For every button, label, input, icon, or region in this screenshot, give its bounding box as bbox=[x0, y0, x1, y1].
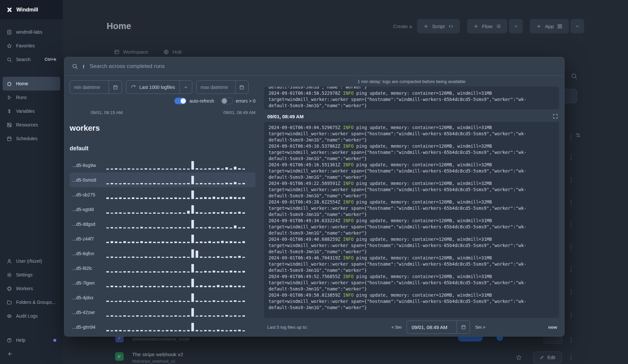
logfiles-selected-value: Last 1000 logfiles bbox=[126, 85, 180, 90]
app-brand[interactable]: Windmill bbox=[0, 0, 63, 19]
sidebar-item-favorites[interactable]: Favorites bbox=[3, 39, 60, 53]
worker-list: ...d5-8sg9w...d5-5sms9...d5-sb275...d5-x… bbox=[70, 158, 255, 334]
worker-name: ...d5-ddgsd bbox=[72, 222, 106, 227]
log-section-timestamp: 09/01, 08:49 AM bbox=[267, 114, 304, 119]
sidebar-item-settings[interactable]: Settings bbox=[3, 268, 60, 282]
sidebar-item-audit-logs[interactable]: Audit Logs bbox=[3, 309, 60, 323]
log-entry: 2024-09-01T06:49:58.813859Z INFO ping up… bbox=[269, 292, 536, 311]
logfiles-select[interactable]: Last 1000 logfiles bbox=[126, 80, 192, 94]
log-entry: 2024-09-01T06:49:40.688259Z INFO ping up… bbox=[269, 236, 536, 255]
log-partial-line: default-5sms9-Jmn1G","name":"worker"} bbox=[269, 87, 536, 90]
worker-name: ...d5-xgt48 bbox=[72, 207, 106, 212]
workers-column: Last 1000 logfiles bbox=[64, 76, 261, 336]
log-entry: 2024-09-01T06:49:16.551361Z INFO ping up… bbox=[269, 162, 536, 180]
sidebar-nav-top: windmill-labsFavoritesSearchCtrl+kHomeRu… bbox=[0, 19, 63, 145]
sidebar-item-label: Runs bbox=[16, 95, 27, 100]
previous-5m-button[interactable]: < 5m bbox=[392, 325, 401, 330]
completed-runs-search-panel: ! Last 1000 logfiles bbox=[64, 57, 565, 337]
errors-toggle[interactable]: errors > 0 bbox=[221, 98, 255, 104]
worker-row[interactable]: ...d5-4jdxx bbox=[70, 290, 255, 305]
search-prefix: ! bbox=[83, 64, 84, 69]
worker-activity-sparkline bbox=[106, 235, 253, 243]
sidebar-item-search[interactable]: SearchCtrl+k bbox=[3, 53, 60, 66]
workers-heading: workers bbox=[70, 124, 255, 133]
log-entry: 2024-09-01T06:48:58.522978Z INFO ping up… bbox=[269, 90, 536, 109]
search-icon bbox=[7, 57, 12, 62]
sidebar-item-runs[interactable]: Runs bbox=[3, 91, 60, 104]
logfiles-dropdown-button[interactable] bbox=[180, 81, 192, 93]
sidebar-item-label: Schedules bbox=[16, 136, 37, 141]
sidebar-item-workers[interactable]: Workers bbox=[3, 282, 60, 295]
help-icon bbox=[7, 338, 12, 343]
sidebar-item-help[interactable]: Help bbox=[3, 333, 60, 347]
sidebar-item-variables[interactable]: Variables bbox=[3, 104, 60, 118]
home-icon bbox=[7, 81, 12, 87]
log-entry: 2024-09-01T06:49:52.756855Z INFO ping up… bbox=[269, 273, 536, 292]
worker-activity-sparkline bbox=[106, 264, 253, 273]
worker-row[interactable]: ...d5-ddgsd bbox=[70, 217, 255, 231]
sidebar-item-label: Audit Logs bbox=[16, 313, 38, 319]
log-entry: 2024-09-01T06:49:46.704319Z INFO ping up… bbox=[269, 255, 536, 273]
expand-icon[interactable] bbox=[552, 113, 558, 119]
worker-activity-sparkline bbox=[106, 161, 253, 170]
log-entry: 2024-09-01T06:49:22.569591Z INFO ping up… bbox=[269, 180, 536, 199]
worker-row[interactable]: ...d5-6qfnn bbox=[70, 246, 255, 261]
worker-name: ...d5-5sms9 bbox=[72, 177, 106, 183]
toggle-switch[interactable] bbox=[174, 98, 186, 104]
time-range-labels: 09/01, 08:15 AM 09/01, 08:49 AM bbox=[91, 110, 255, 115]
max-datetime-field bbox=[196, 80, 249, 94]
toggle-switch[interactable] bbox=[221, 98, 233, 104]
min-datetime-input[interactable] bbox=[70, 85, 109, 90]
range-end-label: 09/01, 08:49 AM bbox=[223, 110, 255, 115]
range-start-label: 09/01, 08:15 AM bbox=[91, 110, 123, 115]
worker-row[interactable]: ...d5-7lgwn bbox=[70, 275, 255, 290]
worker-row[interactable]: ...d5-l82lc bbox=[70, 261, 255, 275]
worker-row[interactable]: ...d5-gtm94 bbox=[70, 320, 255, 334]
log-datetime-calendar-button[interactable] bbox=[457, 321, 470, 333]
worker-row[interactable]: ...d5-8sg9w bbox=[70, 158, 255, 173]
worker-row[interactable]: ...d5-z44f7 bbox=[70, 231, 255, 246]
sidebar-item-windmill-labs[interactable]: windmill-labs bbox=[3, 25, 60, 39]
building-icon bbox=[7, 29, 12, 35]
sidebar-item-label: Search bbox=[16, 57, 30, 62]
search-bar: ! bbox=[64, 57, 564, 76]
auto-refresh-toggle[interactable]: auto-refresh bbox=[174, 98, 214, 104]
windmill-logo-icon bbox=[6, 7, 13, 13]
dollar-icon bbox=[7, 108, 12, 114]
sidebar-item-user-rfiszel[interactable]: User (rfiszel) bbox=[3, 254, 60, 268]
max-datetime-input[interactable] bbox=[197, 85, 235, 90]
worker-row[interactable]: ...d5-42zwr bbox=[70, 305, 255, 320]
log-footer: Last 5 log files up to: < 5m 5m > now bbox=[264, 318, 559, 336]
min-datetime-calendar-button[interactable] bbox=[109, 81, 122, 93]
sidebar-item-home[interactable]: Home bbox=[3, 77, 60, 91]
collapse-sidebar-button[interactable] bbox=[0, 348, 63, 364]
sidebar-nav-bottom: User (rfiszel)SettingsWorkersFolders & G… bbox=[0, 248, 63, 348]
sidebar-item-label: Home bbox=[16, 81, 28, 86]
delay-notice: 1 min delay: logs are compacted before b… bbox=[264, 79, 559, 84]
panel-body: Last 1000 logfiles bbox=[64, 76, 564, 336]
worker-name: ...d5-gtm94 bbox=[72, 324, 106, 330]
log-footer-label: Last 5 log files up to: bbox=[267, 325, 308, 330]
worker-activity-sparkline bbox=[106, 190, 253, 199]
sidebar-item-label: User (rfiszel) bbox=[16, 258, 42, 264]
sidebar-item-schedules[interactable]: Schedules bbox=[3, 132, 60, 145]
worker-row[interactable]: ...d5-xgt48 bbox=[70, 202, 255, 217]
next-5m-button[interactable]: 5m > bbox=[475, 325, 485, 330]
sidebar-item-label: Help bbox=[16, 338, 26, 343]
completed-runs-search-input[interactable] bbox=[89, 63, 557, 70]
star-icon bbox=[7, 43, 12, 49]
now-button[interactable]: now bbox=[548, 325, 557, 330]
sidebar-item-label: Settings bbox=[16, 272, 33, 277]
max-datetime-calendar-button[interactable] bbox=[235, 81, 248, 93]
sidebar-item-label: Folders & Groups... bbox=[16, 300, 56, 305]
app-title: Windmill bbox=[16, 7, 38, 13]
sidebar-item-resources[interactable]: Resources bbox=[3, 118, 60, 132]
worker-row[interactable]: ...d5-sb275 bbox=[70, 187, 255, 202]
sidebar-item-label: windmill-labs bbox=[16, 29, 42, 35]
sidebar: Windmill windmill-labsFavoritesSearchCtr… bbox=[0, 0, 63, 364]
sidebar-item-folders-groups[interactable]: Folders & Groups... bbox=[3, 295, 60, 309]
log-datetime-input[interactable] bbox=[407, 324, 457, 330]
refresh-icon bbox=[131, 85, 136, 90]
worker-activity-sparkline bbox=[106, 176, 253, 184]
worker-row[interactable]: ...d5-5sms9 bbox=[70, 173, 255, 187]
